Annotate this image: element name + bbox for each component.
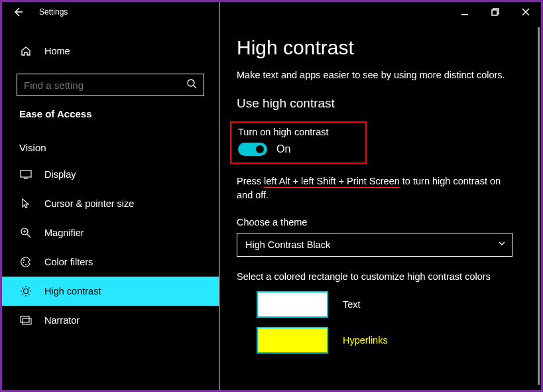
swatch-text-label: Text <box>343 299 361 310</box>
svg-point-13 <box>23 262 24 263</box>
sidebar-item-label: Display <box>44 169 76 180</box>
svg-point-14 <box>25 264 27 265</box>
hotkey-prefix: Press <box>237 176 264 186</box>
outer-frame: Settings Home <box>0 0 543 392</box>
theme-combobox[interactable]: High Contrast Black <box>237 233 513 257</box>
sidebar-item-cursor[interactable]: Cursor & pointer size <box>2 189 219 218</box>
titlebar: Settings <box>2 2 541 22</box>
svg-point-15 <box>24 289 29 294</box>
content-pane: High contrast Make text and apps easier … <box>219 2 541 390</box>
svg-line-23 <box>29 288 30 289</box>
nav-home-label: Home <box>44 46 70 56</box>
toggle-knob <box>256 145 264 153</box>
sidebar-item-display[interactable]: Display <box>2 160 219 189</box>
search-box[interactable] <box>17 74 204 96</box>
svg-point-4 <box>188 80 194 86</box>
svg-line-22 <box>23 294 24 295</box>
toggle-label: Turn on high contrast <box>238 127 328 137</box>
search-input[interactable] <box>24 80 186 91</box>
svg-rect-6 <box>21 170 31 177</box>
swatch-hyperlinks[interactable] <box>257 327 328 354</box>
back-icon[interactable] <box>11 5 25 19</box>
svg-line-21 <box>29 294 30 295</box>
cursor-icon <box>19 198 32 210</box>
chevron-down-icon <box>497 239 507 250</box>
sidebar-item-label: Color filters <box>44 257 93 267</box>
sidebar-item-label: Cursor & pointer size <box>44 198 134 209</box>
restore-button[interactable] <box>480 2 511 22</box>
palette-icon <box>19 256 32 268</box>
minimize-button[interactable] <box>450 2 480 22</box>
swatch-hyperlinks-label: Hyperlinks <box>343 335 388 346</box>
search-icon <box>186 78 197 92</box>
theme-value: High Contrast Black <box>245 239 330 250</box>
page-title: High contrast <box>237 36 518 59</box>
svg-point-12 <box>23 259 25 261</box>
sidebar-item-narrator[interactable]: Narrator <box>2 306 219 335</box>
page-description: Make text and apps easier to see by usin… <box>237 70 518 80</box>
annotation-highlight: Turn on high contrast On <box>230 121 367 164</box>
high-contrast-toggle[interactable] <box>238 143 267 156</box>
swatch-instruction: Select a colored rectangle to customize … <box>237 271 518 282</box>
close-button[interactable] <box>511 2 541 22</box>
magnifier-icon <box>19 227 32 239</box>
window-controls <box>450 2 541 22</box>
sidebar-item-label: High contrast <box>44 286 101 296</box>
toggle-state-text: On <box>276 143 290 155</box>
sidebar-item-magnifier[interactable]: Magnifier <box>2 218 219 247</box>
group-title-vision: Vision <box>2 123 219 160</box>
svg-rect-1 <box>492 10 497 15</box>
sidebar-item-high-contrast[interactable]: High contrast <box>2 277 219 306</box>
sidebar-item-label: Magnifier <box>44 228 84 238</box>
window-title: Settings <box>39 7 68 17</box>
section-use-high-contrast: Use high contrast <box>237 96 518 111</box>
svg-line-20 <box>23 288 24 289</box>
settings-window: Settings Home <box>2 2 541 390</box>
section-title: Ease of Access <box>2 108 219 123</box>
hotkey-keys: left Alt + left Shift + Print Screen <box>264 176 400 188</box>
scrollbar[interactable] <box>538 27 540 385</box>
sidebar-item-color-filters[interactable]: Color filters <box>2 247 219 277</box>
svg-line-5 <box>194 86 196 88</box>
swatch-text[interactable] <box>257 291 328 318</box>
brightness-icon <box>19 285 32 297</box>
svg-rect-24 <box>21 316 29 322</box>
theme-label: Choose a theme <box>237 217 518 228</box>
svg-line-9 <box>27 234 30 237</box>
home-icon <box>19 45 32 57</box>
sidebar: Home Ease of Access Vision Display <box>2 2 219 390</box>
hotkey-text: Press left Alt + left Shift + Print Scre… <box>237 174 515 202</box>
nav-home[interactable]: Home <box>2 36 219 66</box>
sidebar-item-label: Narrator <box>44 315 80 326</box>
svg-rect-25 <box>23 318 31 324</box>
narrator-icon <box>19 316 32 325</box>
display-icon <box>19 170 32 179</box>
